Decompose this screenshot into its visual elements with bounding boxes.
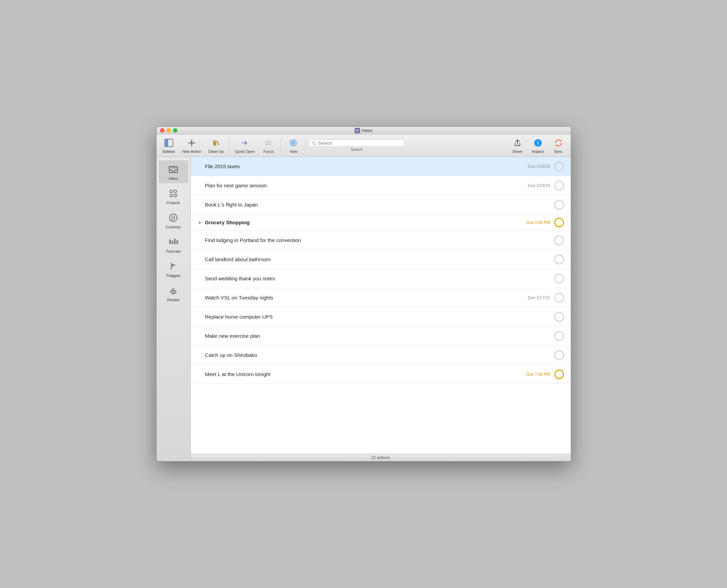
due-date: Due 4/15/15 (528, 164, 550, 169)
task-item[interactable]: Meet L at the Unicorn tonightDue 7:00 PM (191, 365, 571, 384)
search-magnifier-icon (312, 141, 316, 146)
new-action-icon (186, 137, 197, 148)
traffic-lights (160, 128, 177, 133)
sync-label: Sync (554, 149, 562, 153)
inbox-icon (167, 163, 179, 175)
sidebar-item-forecast[interactable]: Forecast (159, 233, 188, 256)
share-icon (512, 137, 523, 148)
task-title: Watch VSL on Tuesday nights (205, 295, 528, 300)
check-circle[interactable] (554, 255, 564, 264)
due-date: Due 2/19/15 (528, 183, 550, 188)
close-button[interactable] (160, 128, 164, 133)
check-circle[interactable] (554, 181, 564, 190)
task-item[interactable]: Find lodging in Portland for the convent… (191, 231, 571, 250)
task-title: Catch up on Shirobako (205, 352, 554, 358)
expand-arrow-icon (198, 295, 203, 300)
check-circle[interactable] (554, 331, 564, 341)
inspect-button[interactable]: i Inspect (528, 136, 548, 155)
inspect-icon: i (533, 137, 543, 148)
svg-line-7 (213, 140, 214, 142)
task-title: Plan for next game session (205, 183, 528, 188)
view-icon (288, 137, 299, 148)
sidebar-icon (163, 137, 174, 148)
svg-rect-14 (265, 144, 271, 145)
maximize-button[interactable] (173, 128, 177, 133)
check-circle[interactable] (554, 274, 564, 283)
share-label: Share (512, 149, 522, 153)
forecast-label: Forecast (166, 249, 181, 253)
expand-arrow-icon[interactable]: ► (198, 220, 203, 225)
title-bar: ✉ Inbox (157, 127, 571, 134)
task-item[interactable]: Watch VSL on Tuesday nightsDue 2/17/15··… (191, 288, 571, 307)
svg-point-35 (172, 291, 175, 293)
task-item[interactable]: File 2015 taxesDue 4/15/15 (191, 157, 571, 176)
search-input-wrapper[interactable] (309, 139, 404, 147)
task-item[interactable]: Book L's flight to Japan (191, 195, 571, 214)
action-count: 22 actions (371, 455, 390, 460)
review-icon (167, 284, 179, 297)
expand-arrow-icon (198, 164, 203, 169)
search-input[interactable] (318, 141, 402, 146)
svg-rect-29 (169, 239, 171, 244)
review-label: Review (167, 298, 179, 302)
clean-up-button[interactable]: Clean Up (205, 136, 227, 155)
forecast-icon (167, 236, 179, 248)
check-circle[interactable] (554, 162, 564, 171)
quick-open-button[interactable]: Quick Open (232, 136, 257, 155)
sidebar-label: Sidebar (162, 149, 175, 153)
sidebar-item-inbox[interactable]: Inbox (159, 160, 188, 183)
check-circle[interactable] (554, 350, 564, 360)
new-action-button[interactable]: New Action (180, 136, 204, 155)
sidebar-item-flagged[interactable]: Flagged (159, 257, 188, 280)
separator-2 (281, 139, 281, 152)
task-item[interactable]: Plan for next game sessionDue 2/19/15 (191, 176, 571, 195)
content-area: File 2015 taxesDue 4/15/15Plan for next … (191, 157, 571, 461)
check-circle[interactable] (554, 218, 564, 227)
flagged-icon (167, 260, 179, 272)
new-action-label: New Action (183, 149, 201, 153)
clean-up-label: Clean Up (208, 149, 224, 153)
task-item[interactable]: Replace home computer UPS (191, 307, 571, 326)
svg-rect-5 (213, 142, 216, 146)
sidebar-item-projects[interactable]: Projects (159, 185, 188, 208)
task-title: Book L's flight to Japan (205, 202, 554, 208)
view-button[interactable]: View (284, 136, 303, 155)
main-area: Inbox Projects (157, 157, 571, 461)
projects-icon (167, 187, 179, 200)
task-item[interactable]: ►Grocery ShoppingDue 5:00 PM (191, 214, 571, 231)
contexts-label: Contexts (166, 225, 180, 229)
check-circle[interactable] (554, 236, 564, 245)
task-item[interactable]: Call landlord about bathroom (191, 250, 571, 269)
check-circle[interactable] (554, 312, 564, 322)
share-button[interactable]: Share (508, 136, 527, 155)
task-title: File 2015 taxes (205, 163, 528, 169)
quick-open-label: Quick Open (235, 149, 255, 153)
sidebar-item-review[interactable]: Review (159, 282, 188, 305)
focus-button[interactable]: Focus (259, 136, 278, 155)
svg-line-8 (215, 140, 216, 142)
minimize-button[interactable] (166, 128, 171, 133)
task-title: Replace home computer UPS (205, 314, 554, 320)
search-label: Search (351, 147, 363, 151)
status-bar: 22 actions (191, 454, 571, 461)
task-item[interactable]: Make new exercise plan (191, 326, 571, 346)
task-meta: Due 2/19/15 (528, 183, 550, 188)
check-circle[interactable]: ··· (554, 293, 564, 303)
check-circle[interactable] (554, 370, 564, 379)
check-circle[interactable] (554, 200, 564, 210)
task-item[interactable]: Send wedding thank you notes (191, 269, 571, 288)
separator-1 (229, 139, 229, 152)
task-title: Make new exercise plan (205, 333, 554, 339)
sidebar-item-contexts[interactable]: @ Contexts (159, 209, 188, 232)
inspect-label: Inspect (532, 149, 544, 153)
expand-arrow-icon (198, 333, 203, 339)
sync-button[interactable]: Sync (549, 136, 568, 155)
clean-up-icon (210, 137, 221, 148)
projects-label: Projects (166, 201, 180, 205)
sidebar-button[interactable]: Sidebar (159, 136, 178, 155)
task-list: File 2015 taxesDue 4/15/15Plan for next … (191, 157, 571, 454)
task-title: Grocery Shopping (205, 219, 526, 225)
task-item[interactable]: Catch up on Shirobako (191, 346, 571, 365)
svg-point-17 (293, 142, 294, 144)
view-label: View (290, 149, 298, 153)
